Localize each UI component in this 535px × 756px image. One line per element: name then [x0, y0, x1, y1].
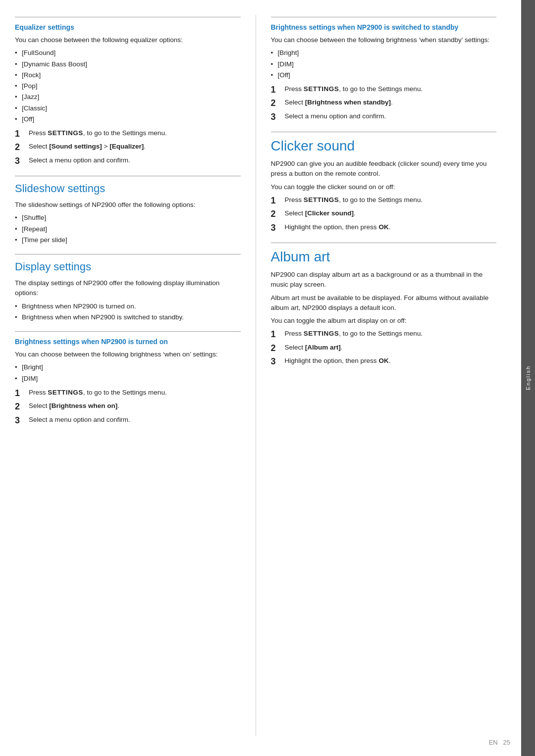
- list-item: [Shuffle]: [15, 213, 241, 223]
- list-item: [Classic]: [15, 103, 241, 113]
- equalizer-title: Equalizer settings: [15, 23, 241, 31]
- brightness-standby-options-list: [Bright] [DIM] [Off]: [271, 48, 497, 80]
- clicker-section: Clicker sound NP2900 can give you an aud…: [271, 132, 497, 234]
- album-art-section: Album art NP2900 can display album art a…: [271, 243, 497, 367]
- brightness-standby-section: Brightness settings when NP2900 is switc…: [271, 17, 497, 123]
- divider-clicker: [271, 132, 497, 132]
- list-item: [FullSound]: [15, 48, 241, 58]
- list-item: [Off]: [15, 114, 241, 124]
- content-area: Equalizer settings You can choose betwee…: [0, 0, 521, 756]
- equalizer-options-list: [FullSound] [Dynamic Bass Boost] [Rock] …: [15, 48, 241, 124]
- list-item: [DIM]: [15, 374, 241, 384]
- brightness-on-steps: 1 Press SETTINGS, to go to the Settings …: [15, 388, 241, 426]
- divider-display: [15, 254, 241, 254]
- list-item: [Dynamic Bass Boost]: [15, 59, 241, 69]
- list-item: [Off]: [271, 70, 497, 80]
- slideshow-section: Slideshow settings The slideshow setting…: [15, 176, 241, 245]
- step-2: 2 Select [Album art].: [271, 343, 497, 354]
- album-art-intro2: Album art must be available to be displa…: [271, 293, 497, 313]
- divider-slideshow: [15, 176, 241, 176]
- list-item: [DIM]: [271, 59, 497, 69]
- brightness-on-options-list: [Bright] [DIM]: [15, 362, 241, 384]
- equalizer-steps: 1 Press SETTINGS, to go to the Settings …: [15, 128, 241, 167]
- step-3: 3 Select a menu option and confirm.: [271, 111, 497, 123]
- page: Equalizer settings You can choose betwee…: [0, 0, 535, 756]
- brightness-on-intro: You can choose between the following bri…: [15, 350, 241, 359]
- display-title: Display settings: [15, 260, 241, 273]
- step-2: 2 Select [Brightness when on].: [15, 401, 241, 412]
- display-intro: The display settings of NP2900 offer the…: [15, 278, 241, 299]
- slideshow-options-list: [Shuffle] [Repeat] [Time per slide]: [15, 213, 241, 245]
- sidebar-label: English: [525, 365, 531, 390]
- left-column: Equalizer settings You can choose betwee…: [15, 15, 256, 736]
- equalizer-section: Equalizer settings You can choose betwee…: [15, 17, 241, 167]
- list-item: Brightness when NP2900 is turned on.: [15, 302, 241, 311]
- sidebar-english-tab: English: [521, 0, 535, 756]
- step-1: 1 Press SETTINGS, to go to the Settings …: [15, 388, 241, 399]
- album-art-intro1: NP2900 can display album art as a backgr…: [271, 270, 497, 290]
- brightness-standby-title: Brightness settings when NP2900 is switc…: [271, 23, 497, 31]
- list-item: [Time per slide]: [15, 235, 241, 245]
- list-item: [Bright]: [271, 48, 497, 58]
- step-3: 3 Select a menu option and confirm.: [15, 415, 241, 426]
- list-item: [Rock]: [15, 70, 241, 80]
- divider-brightness-standby: [271, 17, 497, 17]
- list-item: [Repeat]: [15, 224, 241, 234]
- footer: EN 25: [489, 739, 510, 746]
- list-item: [Pop]: [15, 81, 241, 91]
- step-1: 1 Press SETTINGS, to go to the Settings …: [271, 329, 497, 340]
- slideshow-title: Slideshow settings: [15, 182, 241, 195]
- footer-page: 25: [503, 739, 510, 746]
- step-2: 2 Select [Brightness when standby].: [271, 98, 497, 109]
- divider-brightness-on: [15, 331, 241, 332]
- right-column: Brightness settings when NP2900 is switc…: [256, 15, 497, 736]
- divider-equalizer: [15, 17, 241, 17]
- album-art-intro3: You can toggle the album art display on …: [271, 316, 497, 326]
- step-1: 1 Press SETTINGS, to go to the Settings …: [271, 195, 497, 206]
- list-item: [Bright]: [15, 362, 241, 372]
- album-art-title: Album art: [271, 249, 497, 265]
- slideshow-intro: The slideshow settings of NP2900 offer t…: [15, 200, 241, 210]
- step-3: 3 Highlight the option, then press OK.: [271, 356, 497, 367]
- clicker-title: Clicker sound: [271, 138, 497, 154]
- brightness-on-title: Brightness settings when NP2900 is turne…: [15, 338, 241, 346]
- step-1: 1 Press SETTINGS, to go to the Settings …: [271, 84, 497, 96]
- album-art-steps: 1 Press SETTINGS, to go to the Settings …: [271, 329, 497, 367]
- step-2: 2 Select [Clicker sound].: [271, 208, 497, 220]
- clicker-steps: 1 Press SETTINGS, to go to the Settings …: [271, 195, 497, 234]
- brightness-standby-steps: 1 Press SETTINGS, to go to the Settings …: [271, 84, 497, 123]
- equalizer-intro: You can choose between the following equ…: [15, 35, 241, 45]
- clicker-intro1: NP2900 can give you an audible feedback …: [271, 159, 497, 179]
- display-options-list: Brightness when NP2900 is turned on. Bri…: [15, 302, 241, 323]
- step-3: 3 Select a menu option and confirm.: [15, 155, 241, 167]
- footer-lang: EN: [489, 739, 498, 746]
- list-item: Brightness when when NP2900 is switched …: [15, 312, 241, 322]
- brightness-on-section: Brightness settings when NP2900 is turne…: [15, 331, 241, 426]
- step-3: 3 Highlight the option, then press OK.: [271, 222, 497, 234]
- list-item: [Jazz]: [15, 92, 241, 102]
- clicker-intro2: You can toggle the clicker sound on or o…: [271, 182, 497, 192]
- step-1: 1 Press SETTINGS, to go to the Settings …: [15, 128, 241, 140]
- brightness-standby-intro: You can choose between the following bri…: [271, 35, 497, 45]
- divider-album-art: [271, 243, 497, 243]
- step-2: 2 Select [Sound settings] > [Equalizer].: [15, 142, 241, 153]
- display-section: Display settings The display settings of…: [15, 254, 241, 322]
